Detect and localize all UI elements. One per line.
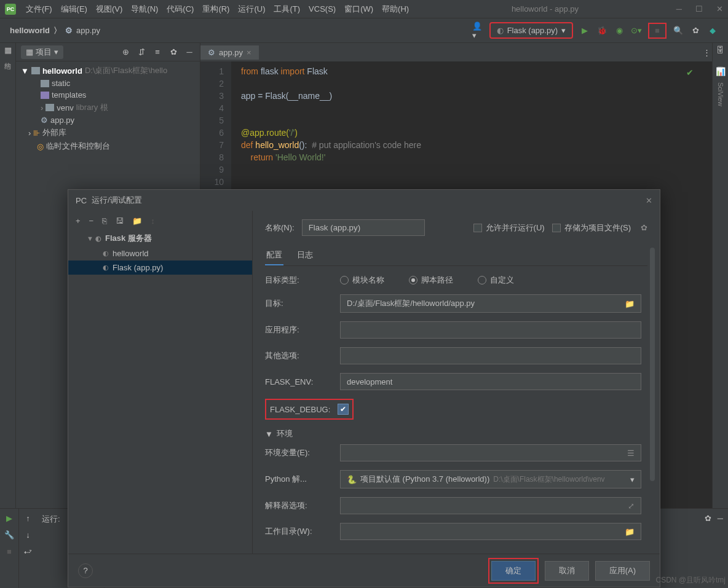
close-icon[interactable]: ✕ — [716, 4, 723, 14]
help-button[interactable]: ? — [78, 563, 93, 578]
tree-folder-venv[interactable]: ›venv library 根 — [16, 101, 200, 114]
target-type-label: 目标类型: — [265, 275, 333, 286]
menu-help[interactable]: 帮助(H) — [382, 4, 409, 15]
settings-icon[interactable]: ✿ — [690, 25, 701, 36]
maximize-icon[interactable]: ☐ — [695, 4, 703, 14]
select-open-file-icon[interactable]: ⊕ — [120, 47, 131, 58]
sciview-label[interactable]: SciView — [717, 82, 724, 106]
dialog-scrollbar[interactable] — [650, 248, 655, 481]
env-section-header[interactable]: ▼环境 — [265, 428, 641, 439]
tab-logs[interactable]: 日志 — [296, 246, 314, 265]
down-icon[interactable]: ↓ — [26, 530, 30, 539]
run-tool-play-icon[interactable]: ▶ — [6, 514, 12, 523]
expand-icon[interactable]: ⤢ — [628, 501, 635, 511]
menu-run[interactable]: 运行(U) — [238, 4, 265, 15]
config-tree-item-flask[interactable]: Flask (app.py) — [68, 261, 252, 275]
menu-code[interactable]: 代码(C) — [167, 4, 194, 15]
menu-window[interactable]: 窗口(W) — [344, 4, 373, 15]
menu-vcs[interactable]: VCS(S) — [309, 4, 336, 14]
menu-view[interactable]: 视图(V) — [96, 4, 122, 15]
menu-navigate[interactable]: 导航(N) — [131, 4, 158, 15]
dialog-logo-icon: PC — [76, 196, 87, 205]
bottom-settings-icon[interactable]: ✿ — [705, 514, 711, 523]
env-list-icon[interactable]: ☰ — [627, 449, 635, 458]
tree-file-app[interactable]: ⚙app.py — [16, 114, 200, 126]
work-dir-label: 工作目录(W): — [265, 526, 333, 537]
save-config-button[interactable]: 🖫 — [116, 216, 124, 225]
app-input[interactable] — [340, 321, 641, 339]
browse-icon[interactable]: 📁 — [625, 299, 635, 308]
radio-module[interactable]: 模块名称 — [340, 275, 384, 286]
interp-opts-input[interactable]: ⤢ — [340, 497, 641, 514]
run-config-selector[interactable]: Flask (app.py)▾ — [489, 22, 573, 39]
cancel-button[interactable]: 取消 — [545, 561, 589, 581]
project-view-dropdown[interactable]: ▦项目▾ — [21, 45, 63, 59]
config-tree-item-helloworld[interactable]: helloworld — [68, 246, 252, 261]
tree-external-libs[interactable]: ›⊪外部库 — [16, 126, 200, 139]
add-config-icon[interactable]: 👤▾ — [472, 25, 483, 36]
run-tool-stop-icon[interactable]: ■ — [7, 547, 12, 556]
store-settings-icon[interactable]: ✿ — [641, 223, 647, 232]
store-project-checkbox[interactable]: 存储为项目文件(S) — [552, 222, 631, 233]
database-tool-icon[interactable]: 🗄 — [716, 45, 724, 55]
dialog-close-icon[interactable]: ✕ — [646, 196, 652, 205]
dialog-title: 运行/调试配置 — [92, 195, 142, 206]
wrench-icon[interactable]: 🔧 — [4, 530, 14, 539]
search-icon[interactable]: 🔍 — [673, 25, 684, 36]
python-interp-label: Python 解... — [265, 474, 333, 485]
up-icon[interactable]: ↑ — [26, 514, 30, 523]
ok-button[interactable]: 确定 — [491, 561, 536, 581]
flask-env-input[interactable]: development — [340, 373, 641, 390]
add-config-button[interactable]: + — [76, 216, 81, 225]
menu-edit[interactable]: 编辑(E) — [61, 4, 87, 15]
python-interp-dropdown[interactable]: 🐍 项目默认值 (Python 3.7 (helloworld)) D:\桌面\… — [340, 470, 641, 488]
other-opts-input[interactable] — [340, 347, 641, 364]
stop-icon[interactable]: ■ — [652, 25, 663, 36]
expand-all-icon[interactable]: ⇵ — [136, 47, 147, 58]
right-tool-strip: 🗄 数据库 📊 SciView — [712, 43, 728, 551]
coverage-icon[interactable]: ◉ — [614, 25, 625, 36]
inspection-ok-icon: ✔ — [686, 68, 694, 77]
run-icon[interactable]: ▶ — [579, 25, 590, 36]
radio-custom[interactable]: 自定义 — [478, 275, 514, 286]
radio-script[interactable]: 脚本路径 — [409, 275, 453, 286]
tab-close-icon[interactable]: × — [247, 48, 251, 57]
apply-button[interactable]: 应用(A) — [595, 561, 650, 581]
flask-debug-label: FLASK_DEBUG: — [270, 405, 330, 414]
target-input[interactable]: D:/桌面/Flask框架/helloworld/app.py📁 — [340, 294, 641, 313]
tree-folder-static[interactable]: static — [16, 77, 200, 89]
env-vars-input[interactable]: ☰ — [340, 444, 641, 461]
debug-icon[interactable]: 🐞 — [596, 25, 607, 36]
editor-more-icon[interactable]: ⋮ — [701, 47, 712, 58]
work-dir-input[interactable]: 📁 — [340, 523, 641, 540]
menu-file[interactable]: 文件(F) — [26, 4, 52, 15]
project-tool-icon[interactable]: ▦ — [4, 45, 12, 55]
sciview-tool-icon[interactable]: 📊 — [716, 67, 726, 76]
menu-refactor[interactable]: 重构(R) — [202, 4, 229, 15]
hide-panel-icon[interactable]: ─ — [184, 47, 195, 58]
tree-folder-templates[interactable]: templates — [16, 89, 200, 101]
flask-debug-checkbox[interactable]: ✔ — [338, 404, 349, 415]
breadcrumb-project[interactable]: helloworld — [10, 26, 50, 35]
project-root[interactable]: ▼ helloworld D:\桌面\Flask框架\hello — [16, 64, 200, 77]
editor-tab-app[interactable]: ⚙app.py× — [200, 45, 259, 60]
wrap-icon[interactable]: ⮐ — [24, 547, 32, 556]
minimize-icon[interactable]: ─ — [676, 4, 682, 14]
panel-settings-icon[interactable]: ✿ — [168, 47, 179, 58]
remove-config-button[interactable]: − — [89, 216, 94, 225]
folder-config-button[interactable]: 📁 — [132, 216, 142, 225]
copy-config-button[interactable]: ⎘ — [102, 216, 107, 225]
name-input[interactable] — [302, 219, 425, 236]
breadcrumb-file[interactable]: app.py — [76, 26, 100, 35]
collapse-icon[interactable]: ≡ — [152, 47, 163, 58]
menu-tools[interactable]: 工具(T) — [274, 4, 300, 15]
profile-icon[interactable]: ⊙▾ — [631, 25, 642, 36]
code-with-me-icon[interactable]: ◆ — [707, 25, 718, 36]
browse-workdir-icon[interactable]: 📁 — [625, 527, 635, 536]
bottom-hide-icon[interactable]: ─ — [718, 514, 723, 523]
config-tree-root[interactable]: Flask 服务器 — [68, 230, 252, 246]
allow-parallel-checkbox[interactable]: 允许并行运行(U) — [473, 222, 545, 233]
sort-config-button[interactable]: ↕ — [151, 216, 155, 225]
tree-scratches[interactable]: ◎临时文件和控制台 — [16, 139, 200, 153]
tab-config[interactable]: 配置 — [265, 246, 283, 265]
